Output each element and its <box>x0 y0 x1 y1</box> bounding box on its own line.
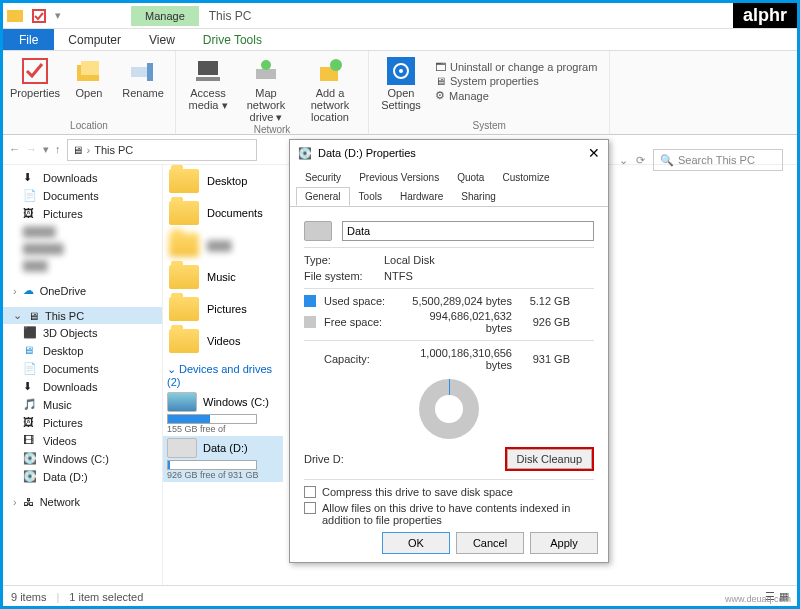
folder-icon <box>169 201 199 225</box>
uninstall-button[interactable]: 🗔Uninstall or change a program <box>435 61 597 73</box>
contextual-tab-manage[interactable]: Manage <box>131 6 199 26</box>
disk-cleanup-button[interactable]: Disk Cleanup <box>505 447 594 471</box>
nav-videos-label: Videos <box>43 435 76 447</box>
tab-general[interactable]: General <box>296 187 350 206</box>
folder-music-label: Music <box>207 271 236 283</box>
tab-previous-versions[interactable]: Previous Versions <box>350 168 448 187</box>
tab-tools[interactable]: Tools <box>350 187 391 206</box>
system-properties-button[interactable]: 🖥System properties <box>435 75 597 87</box>
open-button[interactable]: Open <box>63 53 115 99</box>
nav-blurred-3[interactable]: ▇▇▇ <box>3 257 162 274</box>
fs-label: File system: <box>304 270 374 282</box>
group-network-label: Network <box>254 123 291 136</box>
nav-this-pc[interactable]: ⌄🖥This PC <box>3 307 162 324</box>
properties-label: Properties <box>10 87 60 99</box>
drive-windows-c[interactable]: Windows (C:) 155 GB free of <box>163 390 283 436</box>
drive-name-input[interactable] <box>342 221 594 241</box>
nav-desktop[interactable]: 🖥Desktop <box>3 342 162 360</box>
drive-data-d[interactable]: Data (D:) 926 GB free of 931 GB <box>163 436 283 482</box>
dialog-title: Data (D:) Properties <box>318 147 416 159</box>
nav-music[interactable]: 🎵Music <box>3 396 162 414</box>
settings-icon <box>387 57 415 85</box>
used-label: Used space: <box>324 295 394 307</box>
tab-drive-tools[interactable]: Drive Tools <box>189 29 276 50</box>
folder-videos-label: Videos <box>207 335 240 347</box>
forward-button[interactable]: → <box>26 143 37 156</box>
svg-rect-7 <box>198 61 218 75</box>
nav-windows-c[interactable]: 💽Windows (C:) <box>3 450 162 468</box>
cancel-button[interactable]: Cancel <box>456 532 524 554</box>
addr-dropdown-icon[interactable]: ⌄ <box>619 154 628 167</box>
nav-onedrive-label: OneDrive <box>40 285 86 297</box>
address-bar[interactable]: 🖥 › This PC <box>67 139 257 161</box>
nav-network[interactable]: ›🖧Network <box>3 494 162 510</box>
nav-downloads2[interactable]: ⬇Downloads <box>3 378 162 396</box>
qat-properties-icon[interactable] <box>31 8 47 24</box>
apply-button[interactable]: Apply <box>530 532 598 554</box>
back-button[interactable]: ← <box>9 143 20 156</box>
nav-blurred-2[interactable]: ▇▇▇▇▇ <box>3 240 162 257</box>
nav-videos[interactable]: 🎞Videos <box>3 432 162 450</box>
open-settings-button[interactable]: Open Settings <box>375 53 427 111</box>
qat-dropdown-icon[interactable]: ▾ <box>55 9 61 22</box>
tab-file[interactable]: File <box>3 29 54 50</box>
drive-icon <box>167 392 197 412</box>
pictures-icon: 🖼 <box>23 416 37 430</box>
rename-icon <box>129 57 157 85</box>
nav-pictures2-label: Pictures <box>43 417 83 429</box>
folder-documents[interactable]: Documents <box>163 197 283 229</box>
nav-data-d[interactable]: 💽Data (D:) <box>3 468 162 486</box>
nav-downloads[interactable]: ⬇Downloads <box>3 169 162 187</box>
tab-sharing[interactable]: Sharing <box>452 187 504 206</box>
folder-desktop-label: Desktop <box>207 175 247 187</box>
fs-value: NTFS <box>384 270 413 282</box>
rename-label: Rename <box>122 87 164 99</box>
nav-documents2[interactable]: 📄Documents <box>3 360 162 378</box>
nav-downloads2-label: Downloads <box>43 381 97 393</box>
ok-button[interactable]: OK <box>382 532 450 554</box>
search-input[interactable]: 🔍 Search This PC <box>653 149 783 171</box>
folder-desktop[interactable]: Desktop <box>163 165 283 197</box>
tab-computer[interactable]: Computer <box>54 29 135 50</box>
tab-hardware[interactable]: Hardware <box>391 187 452 206</box>
access-media-button[interactable]: Access media ▾ <box>182 53 234 111</box>
refresh-button[interactable]: ⟳ <box>636 154 645 167</box>
nav-pictures2[interactable]: 🖼Pictures <box>3 414 162 432</box>
properties-button[interactable]: Properties <box>9 53 61 99</box>
media-icon <box>194 57 222 85</box>
nav-blurred-1[interactable]: ▇▇▇▇ <box>3 223 162 240</box>
tab-customize[interactable]: Customize <box>493 168 558 187</box>
svg-rect-1 <box>33 10 45 22</box>
nav-3d-objects[interactable]: ⬛3D Objects <box>3 324 162 342</box>
nav-onedrive[interactable]: ›☁OneDrive <box>3 282 162 299</box>
type-label: Type: <box>304 254 374 266</box>
rename-button[interactable]: Rename <box>117 53 169 99</box>
status-items: 9 items <box>11 591 46 603</box>
map-drive-icon <box>252 57 280 85</box>
open-settings-label: Open Settings <box>375 87 427 111</box>
folder-videos[interactable]: Videos <box>163 325 283 357</box>
nav-pictures[interactable]: 🖼Pictures <box>3 205 162 223</box>
add-location-button[interactable]: Add a network location <box>298 53 362 123</box>
drive-c-label: Windows (C:) <box>203 396 269 408</box>
up-button[interactable]: ↑ <box>55 143 61 156</box>
nav-documents[interactable]: 📄Documents <box>3 187 162 205</box>
free-human: 926 GB <box>520 316 570 328</box>
section-devices-drives[interactable]: ⌄ Devices and drives (2) <box>163 357 283 390</box>
folder-blurred[interactable]: ▇▇▇ <box>163 229 283 261</box>
tab-view[interactable]: View <box>135 29 189 50</box>
map-drive-button[interactable]: Map network drive ▾ <box>236 53 296 123</box>
svg-rect-0 <box>7 10 23 22</box>
manage-button[interactable]: ⚙Manage <box>435 89 597 102</box>
svg-rect-4 <box>81 61 99 75</box>
videos-icon: 🎞 <box>23 434 37 448</box>
nav-downloads-label: Downloads <box>43 172 97 184</box>
recent-dropdown[interactable]: ▾ <box>43 143 49 156</box>
folder-music[interactable]: Music <box>163 261 283 293</box>
tab-quota[interactable]: Quota <box>448 168 493 187</box>
index-checkbox[interactable] <box>304 502 316 514</box>
dialog-close-button[interactable]: ✕ <box>588 145 600 161</box>
compress-checkbox[interactable] <box>304 486 316 498</box>
tab-security[interactable]: Security <box>296 168 350 187</box>
folder-pictures[interactable]: Pictures <box>163 293 283 325</box>
